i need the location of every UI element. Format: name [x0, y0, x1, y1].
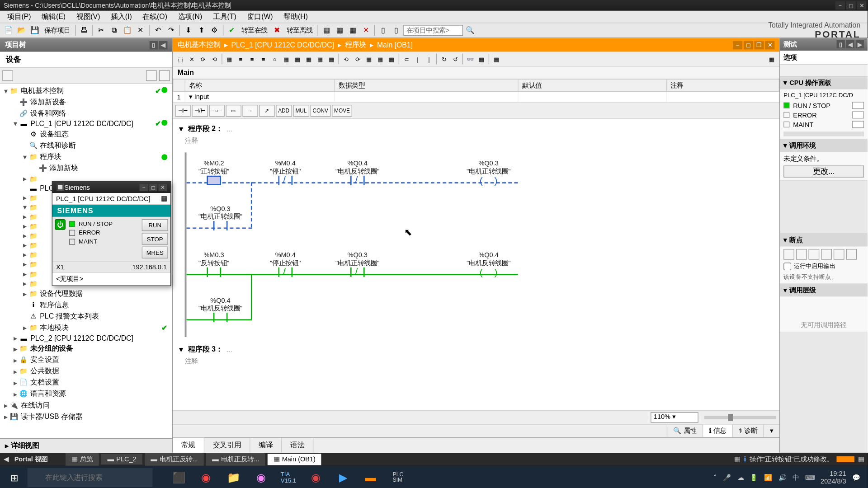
tab-collapse[interactable]: ▾: [763, 425, 779, 437]
tray-mic-icon[interactable]: 🎤: [723, 474, 731, 481]
devices-tab[interactable]: 设备: [0, 52, 172, 68]
rp-nav-left-icon[interactable]: ◀: [846, 40, 854, 48]
minimize-button[interactable]: －: [835, 1, 845, 9]
task-itunes-icon[interactable]: ◉: [248, 467, 274, 488]
bp-btn[interactable]: [783, 249, 794, 260]
taskbar-search[interactable]: [28, 468, 153, 487]
tree-program-blocks[interactable]: ▾📁程序块: [0, 151, 172, 163]
task-app2-icon[interactable]: ▬: [358, 467, 384, 488]
contact-q04[interactable]: %Q0.4"电机反转线圈": [335, 160, 379, 186]
plcsim-mres-button[interactable]: MRES: [142, 247, 168, 258]
bp-btn[interactable]: [821, 249, 832, 260]
lad-move[interactable]: MOVE: [332, 105, 352, 117]
et-icon[interactable]: ✕: [187, 54, 198, 65]
et-icon[interactable]: ≡: [236, 54, 246, 65]
tree-device-config[interactable]: ⚙设备组态: [0, 129, 172, 140]
et-icon[interactable]: ⟲: [341, 54, 352, 65]
task-plcsim-icon[interactable]: PLCSIM: [385, 467, 411, 488]
tab-info[interactable]: ℹ信息: [703, 425, 732, 437]
close-button[interactable]: ✕: [857, 1, 866, 9]
search-icon[interactable]: 🔍: [464, 24, 476, 36]
paste-icon[interactable]: 📋: [122, 24, 133, 36]
menu-insert[interactable]: 插入(I): [106, 10, 137, 23]
tray-volume-icon[interactable]: 🔊: [778, 474, 787, 481]
hscroll[interactable]: [783, 131, 864, 136]
plcsim-window[interactable]: 🔲 Siemens － ◻ ✕ PLC_1 [CPU 1212C DC/DC/D…: [52, 181, 171, 286]
lad-no-contact[interactable]: ⊣⊢: [175, 105, 190, 117]
tray-chevron-icon[interactable]: ˄: [713, 474, 717, 481]
lad-box[interactable]: ▭: [226, 105, 241, 117]
task-app-icon[interactable]: ▶: [330, 467, 356, 488]
menu-options[interactable]: 选项(N): [173, 10, 207, 23]
runstop-toggle[interactable]: [852, 102, 864, 109]
tree-online-access[interactable]: ▸🔌在线访问: [0, 399, 172, 411]
save-icon[interactable]: 💾: [28, 24, 40, 36]
tray-ime-icon[interactable]: 中: [793, 473, 799, 482]
tree-doc-settings[interactable]: ▸📄文档设置: [0, 377, 172, 388]
lad-branch-close[interactable]: ↗: [259, 105, 274, 117]
tb-icon-3[interactable]: ▦: [347, 24, 359, 36]
task-chrome-icon[interactable]: ◉: [193, 467, 219, 488]
tree-security[interactable]: ▸🔒安全设置: [0, 354, 172, 366]
et-icon[interactable]: ▦: [476, 54, 487, 65]
bp-btn[interactable]: [809, 249, 820, 260]
callhier-header[interactable]: ▾调用层级: [780, 284, 868, 297]
open-project-icon[interactable]: 📂: [15, 24, 27, 36]
contact-m04-r2[interactable]: %M0.4"停止按钮": [270, 251, 301, 278]
et-icon[interactable]: ≡: [258, 54, 269, 65]
menu-project[interactable]: 项目(P): [2, 10, 36, 23]
tree-btn-2[interactable]: [146, 70, 157, 81]
et-icon[interactable]: ▦: [326, 54, 337, 65]
btab-compile[interactable]: 编译: [250, 438, 282, 453]
start-button[interactable]: ⊞: [2, 467, 26, 488]
et-icon[interactable]: |: [412, 54, 423, 65]
et-icon[interactable]: ⟲: [209, 54, 220, 65]
compile-icon[interactable]: ⚙: [208, 24, 220, 36]
rp-icon[interactable]: ▯: [836, 40, 844, 48]
tray-keyboard-icon[interactable]: ⌨: [805, 474, 815, 481]
cut-icon[interactable]: ✂: [95, 24, 107, 36]
contact-m03[interactable]: %M0.3"反转按钮": [198, 251, 229, 278]
tree-local-modules[interactable]: ▸📁本地模块✔: [0, 322, 172, 333]
portal-tab-motor2[interactable]: ▬ 电机正反转...: [206, 453, 265, 465]
tree-plc2[interactable]: ▸▬PLC_2 [CPU 1212C DC/DC/DC]: [0, 333, 172, 343]
menu-view[interactable]: 视图(V): [71, 10, 105, 23]
lad-add[interactable]: ADD: [276, 105, 292, 117]
coil-q04[interactable]: %Q0.4"电机反转线圈": [467, 251, 510, 278]
new-project-icon[interactable]: 📄: [2, 24, 14, 36]
tree-add-block[interactable]: ➕添加新块: [0, 163, 172, 174]
tree-card-reader[interactable]: ▸💾读卡器/USB 存储器: [0, 411, 172, 422]
et-icon[interactable]: ○: [269, 54, 280, 65]
portal-tab-overview[interactable]: ▦ 总览: [66, 453, 99, 465]
networks-area[interactable]: ▼程序段 2：... 注释 %M0.2"正转按钮" %M0.4"停止按钮": [173, 119, 779, 411]
ladder-canvas[interactable]: %M0.2"正转按钮" %M0.4"停止按钮" %Q0.4"电机反转线圈" %Q…: [185, 152, 768, 337]
maximize-button[interactable]: ◻: [846, 1, 856, 9]
et-icon[interactable]: ▦: [375, 54, 386, 65]
et-icon[interactable]: ⊂: [401, 54, 412, 65]
panel-pin-icon[interactable]: ▯: [150, 41, 158, 49]
tree-ungrouped[interactable]: ▸📁未分组的设备: [0, 343, 172, 354]
plcsim-max-icon[interactable]: ◻: [149, 184, 157, 191]
tree-add-device[interactable]: ➕添加新设备: [0, 97, 172, 108]
et-icon[interactable]: ⟳: [198, 54, 209, 65]
tab-diagnostics[interactable]: ⚕诊断: [732, 425, 764, 437]
bp-btn[interactable]: [796, 249, 807, 260]
lad-coil[interactable]: ─○─: [209, 105, 225, 117]
btab-xref[interactable]: 交叉引用: [204, 438, 250, 453]
tray-notifications-icon[interactable]: 💬: [852, 474, 860, 481]
maint-toggle[interactable]: [852, 121, 864, 128]
portal-tab-motor1[interactable]: ▬ 电机正反转...: [145, 453, 204, 465]
download-icon[interactable]: ⬇: [182, 24, 194, 36]
undo-icon[interactable]: ↶: [152, 24, 164, 36]
redo-icon[interactable]: ↷: [165, 24, 177, 36]
plcsim-run-button[interactable]: RUN: [142, 219, 168, 231]
go-online-icon[interactable]: ✔: [226, 24, 238, 36]
menu-window[interactable]: 窗口(W): [242, 10, 278, 23]
et-icon[interactable]: ▦: [315, 54, 326, 65]
et-icon[interactable]: ↺: [450, 54, 461, 65]
et-icon[interactable]: ⬚: [175, 54, 186, 65]
contact-q03-r2[interactable]: %Q0.3"电机正转线圈": [335, 251, 379, 278]
coil-q03[interactable]: %Q0.3"电机正转线圈": [467, 160, 510, 186]
breakpoints-header[interactable]: ▾断点: [780, 234, 868, 247]
detail-view-header[interactable]: ▸详细视图: [0, 438, 172, 453]
